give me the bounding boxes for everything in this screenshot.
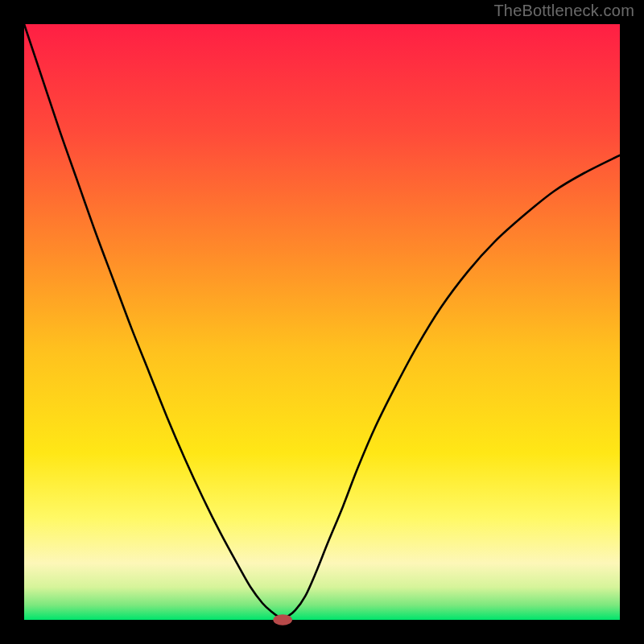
plot-background: [24, 24, 620, 620]
bottleneck-chart: [0, 0, 644, 644]
watermark-label: TheBottleneck.com: [493, 2, 634, 20]
chart-frame: TheBottleneck.com: [0, 0, 644, 644]
optimal-point-marker: [273, 614, 292, 625]
